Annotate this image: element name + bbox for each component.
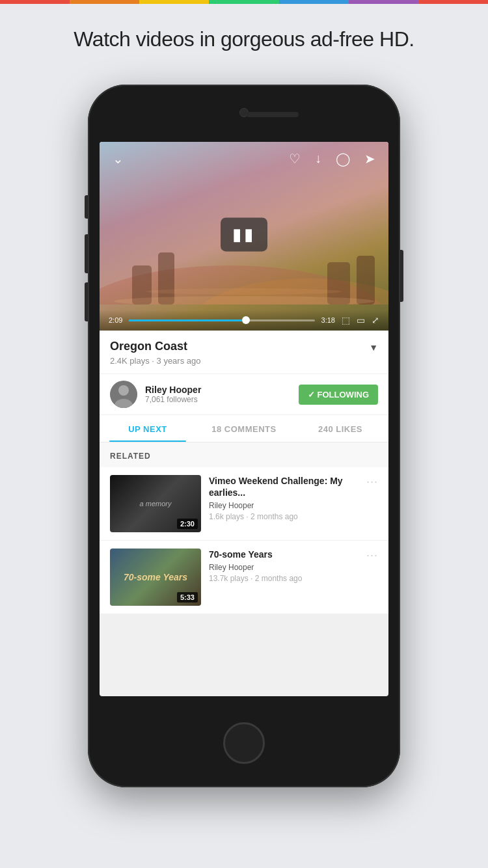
video-item-meta-2: 13.7k plays · 2 months ago: [209, 574, 355, 583]
more-options-button-2[interactable]: ···: [362, 549, 378, 562]
related-label: RELATED: [100, 442, 388, 467]
video-controls-right: ⬚ ▭ ⤢: [342, 315, 379, 325]
svg-rect-3: [158, 252, 174, 305]
tab-likes[interactable]: 240 LIKES: [292, 415, 388, 442]
progress-bar[interactable]: [129, 319, 314, 321]
fullscreen-icon[interactable]: ⤢: [372, 315, 379, 325]
related-video-item-2: 70-some Years 5:33 70-some Years Riley H…: [100, 541, 388, 614]
volume-up-button[interactable]: [85, 234, 88, 273]
tab-comments[interactable]: 18 COMMENTS: [196, 415, 292, 442]
video-info-2: 70-some Years Riley Hooper 13.7k plays ·…: [209, 549, 355, 583]
thumb-duration-2: 5:33: [177, 592, 198, 603]
video-item-channel-2: Riley Hooper: [209, 563, 355, 572]
svg-point-7: [146, 288, 342, 295]
related-video-item: a memory 2:30 Vimeo Weekend Challenge: M…: [100, 467, 388, 541]
phone-screen: ⌄ ♡ ↓ ◯ ➤ ▮▮ 2:09 3:18: [100, 142, 388, 696]
like-icon[interactable]: ♡: [289, 151, 301, 167]
video-thumbnail-2[interactable]: 70-some Years 5:33: [110, 549, 201, 606]
video-meta: 2.4K plays · 3 years ago: [100, 356, 388, 373]
progress-fill: [129, 319, 246, 321]
channel-left: Riley Hooper 7,061 followers: [110, 381, 201, 408]
channel-followers: 7,061 followers: [145, 395, 201, 404]
video-item-title-1: Vimeo Weekend Challenge: My earlies...: [209, 475, 355, 498]
video-top-controls: ⌄ ♡ ↓ ◯ ➤: [100, 151, 388, 167]
airplay-icon[interactable]: ⬚: [342, 315, 350, 325]
pause-icon: ▮▮: [232, 224, 256, 245]
avatar[interactable]: [110, 381, 137, 408]
following-button[interactable]: ✓ FOLLOWING: [299, 385, 378, 405]
rainbow-bar: [0, 0, 488, 4]
phone-speaker: [247, 112, 299, 117]
pause-button[interactable]: ▮▮: [221, 217, 267, 251]
channel-info: Riley Hooper 7,061 followers: [145, 385, 201, 404]
cast-icon[interactable]: ▭: [357, 315, 365, 325]
share-icon[interactable]: ➤: [364, 151, 375, 167]
thumb-text-1: a memory: [140, 500, 172, 508]
video-thumbnail-1[interactable]: a memory 2:30: [110, 475, 201, 532]
progress-thumb[interactable]: [242, 316, 250, 324]
tabs-row: UP NEXT 18 COMMENTS 240 LIKES: [100, 415, 388, 442]
svg-rect-5: [357, 256, 375, 305]
thumb-text-2: 70-some Years: [124, 572, 187, 582]
power-button[interactable]: [400, 250, 403, 302]
thumb-duration-1: 2:30: [177, 519, 198, 529]
page-title: Watch videos in gorgeous ad-free HD.: [0, 27, 488, 51]
volume-down-button[interactable]: [85, 282, 88, 321]
home-button[interactable]: [223, 722, 265, 764]
watch-later-icon[interactable]: ◯: [336, 151, 350, 167]
tab-up-next[interactable]: UP NEXT: [100, 415, 196, 442]
avatar-image: [110, 381, 137, 408]
time-total: 3:18: [321, 316, 335, 324]
video-action-icons: ♡ ↓ ◯ ➤: [289, 151, 375, 167]
video-item-meta-1: 1.6k plays · 2 months ago: [209, 512, 355, 521]
svg-point-9: [118, 385, 129, 396]
phone-frame: ⌄ ♡ ↓ ◯ ➤ ▮▮ 2:09 3:18: [88, 85, 400, 787]
channel-name: Riley Hooper: [145, 385, 201, 395]
video-player[interactable]: ⌄ ♡ ↓ ◯ ➤ ▮▮ 2:09 3:18: [100, 142, 388, 331]
video-bottom-controls: 2:09 3:18 ⬚ ▭ ⤢: [100, 310, 388, 331]
video-title-row: Oregon Coast ▼: [100, 331, 388, 356]
channel-row: Riley Hooper 7,061 followers ✓ FOLLOWING: [100, 373, 388, 415]
video-item-title-2: 70-some Years: [209, 549, 355, 560]
time-current: 2:09: [109, 316, 122, 324]
video-title: Oregon Coast: [110, 340, 187, 353]
mute-button[interactable]: [85, 195, 88, 219]
more-options-button-1[interactable]: ···: [362, 475, 378, 489]
video-item-channel-1: Riley Hooper: [209, 501, 355, 510]
video-info-1: Vimeo Weekend Challenge: My earlies... R…: [209, 475, 355, 521]
download-icon[interactable]: ↓: [315, 151, 321, 167]
video-content: Oregon Coast ▼ 2.4K plays · 3 years ago: [100, 331, 388, 614]
dropdown-arrow-icon[interactable]: ▼: [369, 342, 378, 353]
collapse-icon[interactable]: ⌄: [113, 151, 124, 167]
